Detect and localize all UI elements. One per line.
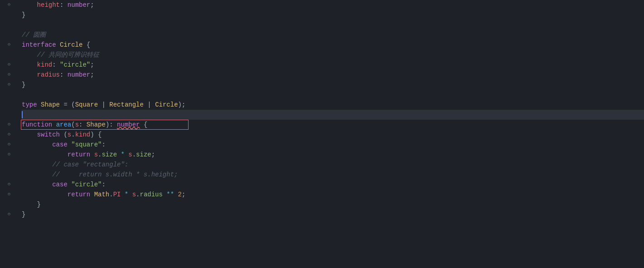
code-content[interactable]: height: number; } // 圆圈 interface Circle… <box>18 0 644 268</box>
token-kind-switch: kind <box>75 130 91 140</box>
code-editor: ⊖ ⊖ ⊖ ⊖ ⊖ ⊖ ⊖ ⊖ ⊖ ⊖ ⊖ ⊖ height: number; … <box>0 0 644 268</box>
line-22: } <box>22 210 644 219</box>
line-5: interface Circle { <box>22 40 644 50</box>
gutter-7: ⊖ <box>0 60 18 70</box>
token-s3: s <box>132 190 136 200</box>
token-square-str: "square" <box>71 140 102 150</box>
line-3 <box>22 20 644 30</box>
token-math: Math <box>94 190 110 200</box>
token-comment-common: // 共同的可辨识特征 <box>22 50 99 60</box>
line-7: kind: "circle"; <box>22 60 644 70</box>
gutter-5: ⊖ <box>0 40 18 50</box>
token-2: 2 <box>178 190 182 200</box>
token-case-1: case <box>52 140 71 150</box>
token-number-return: number <box>117 120 140 130</box>
token-switch: switch <box>37 130 64 140</box>
token-comment-rect-return: // return s.width * s.height; <box>22 170 178 180</box>
token-kind-2: kind <box>22 60 52 70</box>
token-pi: PI <box>113 190 121 200</box>
token-shape-param: Shape <box>87 120 106 130</box>
token-comment-circle: // 圆圈 <box>22 30 46 40</box>
token-type: type <box>22 100 41 110</box>
line-18: // return s.width * s.height; <box>22 170 644 180</box>
token-s1: s <box>94 150 98 160</box>
token-height: height <box>22 0 60 10</box>
gutter-6 <box>0 50 18 60</box>
token-comment-rect-case: // case "rectangle": <box>22 160 128 170</box>
text-cursor <box>22 111 23 118</box>
line-9: } <box>22 80 644 90</box>
token-shape: Shape <box>41 100 63 110</box>
gutter-13: ⊖ <box>0 120 18 130</box>
gutter-9: ⊖ <box>0 80 18 90</box>
token-multiply-1: * <box>117 150 128 160</box>
line-20: return Math.PI * s.radius ** 2; <box>22 190 644 200</box>
token-circle-type: Circle <box>155 100 178 110</box>
gutter-18 <box>0 170 18 180</box>
gutter-12 <box>0 110 18 120</box>
line-1: height: number; <box>22 0 644 10</box>
token-case-2: case <box>52 180 71 190</box>
token-return-1: return <box>68 150 94 160</box>
token-square-type: Square <box>75 100 98 110</box>
line-6: // 共同的可辨识特征 <box>22 50 644 60</box>
gutter-16: ⊖ <box>0 150 18 160</box>
gutter-10 <box>0 90 18 100</box>
gutter-17 <box>0 160 18 170</box>
token-s2: s <box>128 150 132 160</box>
line-15: case "square": <box>22 140 644 150</box>
token-size-1: size <box>102 150 117 160</box>
line-4: // 圆圈 <box>22 30 644 40</box>
token-rectangle-type: Rectangle <box>109 100 144 110</box>
gutter-8: ⊖ <box>0 70 18 80</box>
gutter-1: ⊖ <box>0 0 18 10</box>
gutter-2 <box>0 10 18 20</box>
gutter-20: ⊖ <box>0 190 18 200</box>
line-17: // case "rectangle": <box>22 160 644 170</box>
token-size-2: size <box>136 150 151 160</box>
line-13: function area(s: Shape): number { <box>22 120 644 130</box>
token-string-circle: "circle" <box>60 60 90 70</box>
token-s-kind: s <box>68 130 71 140</box>
token-param-s: s <box>75 120 79 130</box>
gutter-15: ⊖ <box>0 140 18 150</box>
token-number-1: number <box>68 0 90 10</box>
line-19: case "circle": <box>22 180 644 190</box>
token-interface: interface <box>22 40 60 50</box>
line-11: type Shape = (Square | Rectangle | Circl… <box>22 100 644 110</box>
line-21: } <box>22 200 644 210</box>
token-radius-2: radius <box>140 190 163 200</box>
token-circle-str: "circle" <box>71 180 102 190</box>
gutter-3 <box>0 20 18 30</box>
token-circle: Circle <box>60 40 87 50</box>
line-12 <box>22 110 644 120</box>
token-number-2: number <box>68 70 90 80</box>
token-function: function <box>22 120 56 130</box>
line-8: radius: number; <box>22 70 644 80</box>
line-14: switch (s.kind) { <box>22 130 644 140</box>
gutter-21 <box>0 200 18 210</box>
token-multiply-2: * <box>121 190 132 200</box>
gutter-19: ⊖ <box>0 180 18 190</box>
token-pow: ** <box>163 190 178 200</box>
gutter-22: ⊖ <box>0 210 18 219</box>
token-area: area <box>56 120 72 130</box>
line-2: } <box>22 10 644 20</box>
line-gutter: ⊖ ⊖ ⊖ ⊖ ⊖ ⊖ ⊖ ⊖ ⊖ ⊖ ⊖ ⊖ <box>0 0 18 268</box>
token-return-2: return <box>68 190 94 200</box>
gutter-11 <box>0 100 18 110</box>
token-radius: radius <box>22 70 60 80</box>
gutter-4 <box>0 30 18 40</box>
line-16: return s.size * s.size; <box>22 150 644 160</box>
gutter-14: ⊖ <box>0 130 18 140</box>
line-10 <box>22 90 644 100</box>
